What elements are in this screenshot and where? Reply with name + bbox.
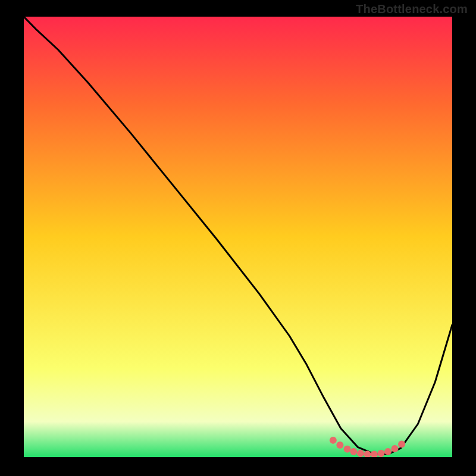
highlight-marker [377,450,384,457]
chart-plot-area [24,17,452,457]
highlight-marker [350,448,357,455]
highlight-marker [357,450,364,457]
highlight-marker [344,446,351,453]
highlight-marker [398,441,405,448]
highlight-marker [392,445,399,452]
attribution-label: TheBottleneck.com [356,2,468,16]
highlight-marker [336,441,343,449]
chart-svg [24,17,452,457]
highlight-marker [384,448,392,455]
highlight-marker [330,437,337,444]
chart-container: TheBottleneck.com [0,0,476,476]
